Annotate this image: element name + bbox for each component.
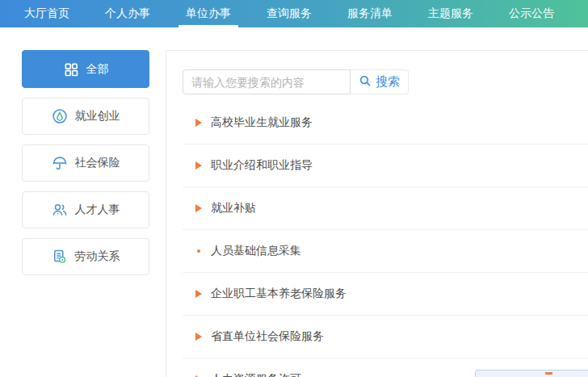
sidebar-item-label: 社会保险 <box>75 156 120 170</box>
document-check-icon <box>52 249 68 265</box>
category-sidebar: 全部 就业创业 社会保险 <box>22 50 149 285</box>
circle-marker-icon <box>195 249 202 253</box>
tab-query-services[interactable]: 查询服务 <box>267 0 312 27</box>
service-label: 就业补贴 <box>211 201 256 216</box>
people-icon <box>52 202 68 218</box>
sidebar-item-label: 全部 <box>86 62 109 77</box>
sidebar-item-labor-relations[interactable]: 劳动关系 <box>22 238 149 275</box>
unit-services-page: 大厅首页 个人办事 单位办事 查询服务 服务清单 主题服务 公示公告 全部 <box>0 0 588 377</box>
search-input[interactable] <box>183 69 351 94</box>
sidebar-item-social-insurance[interactable]: 社会保险 <box>22 145 149 182</box>
tab-unit-services[interactable]: 单位办事 <box>186 0 231 27</box>
service-label: 企业职工基本养老保险服务 <box>211 287 346 301</box>
sidebar-item-all[interactable]: 全部 <box>22 50 149 88</box>
sidebar-item-employment-startup[interactable]: 就业创业 <box>22 98 149 135</box>
service-label: 高校毕业生就业服务 <box>211 115 313 130</box>
triangle-marker-icon <box>195 290 202 298</box>
employment-startup-icon <box>52 108 68 124</box>
grid-icon <box>63 61 79 77</box>
sidebar-item-label: 就业创业 <box>75 109 120 124</box>
tab-hall-home[interactable]: 大厅首页 <box>24 0 69 27</box>
triangle-marker-icon <box>195 204 202 212</box>
services-panel: 搜索 高校毕业生就业服务 职业介绍和职业指导 就业补贴 人员基础信息采集 <box>166 50 588 377</box>
search-button-label: 搜索 <box>376 74 400 90</box>
triangle-marker-icon <box>195 161 202 170</box>
service-label: 人力资源服务许可 <box>211 372 301 377</box>
sidebar-item-label: 人才人事 <box>75 203 120 217</box>
search-group: 搜索 <box>183 69 409 94</box>
service-row-basic-info-collection[interactable]: 人员基础信息采集 <box>183 230 588 273</box>
tooltip-orange-mark <box>545 372 552 375</box>
service-label: 省直单位社会保险服务 <box>211 329 324 344</box>
sidebar-item-talent-personnel[interactable]: 人才人事 <box>22 191 149 228</box>
service-row-employment-subsidy[interactable]: 就业补贴 <box>183 187 588 230</box>
top-navigation: 大厅首页 个人办事 单位办事 查询服务 服务清单 主题服务 公示公告 <box>0 0 588 27</box>
search-button[interactable]: 搜索 <box>351 69 409 94</box>
service-list: 高校毕业生就业服务 职业介绍和职业指导 就业补贴 人员基础信息采集 企业职工基本… <box>183 102 588 377</box>
service-row-job-intro-guidance[interactable]: 职业介绍和职业指导 <box>183 145 588 187</box>
tab-personal-services[interactable]: 个人办事 <box>105 0 150 27</box>
tab-public-notices[interactable]: 公示公告 <box>509 0 554 27</box>
sidebar-item-label: 劳动关系 <box>75 249 120 264</box>
umbrella-icon <box>52 155 68 171</box>
tab-service-list[interactable]: 服务清单 <box>347 0 393 27</box>
triangle-marker-icon <box>195 119 202 127</box>
tab-theme-services[interactable]: 主题服务 <box>428 0 473 27</box>
service-label: 职业介绍和职业指导 <box>211 158 313 173</box>
service-row-graduate-employment[interactable]: 高校毕业生就业服务 <box>183 102 588 145</box>
floating-tooltip-partial[interactable] <box>475 370 588 377</box>
search-icon <box>359 74 372 90</box>
service-row-provincial-social-insurance[interactable]: 省直单位社会保险服务 <box>183 316 588 358</box>
triangle-marker-icon <box>195 333 202 341</box>
service-label: 人员基础信息采集 <box>211 244 301 258</box>
service-row-enterprise-pension[interactable]: 企业职工基本养老保险服务 <box>183 273 588 316</box>
